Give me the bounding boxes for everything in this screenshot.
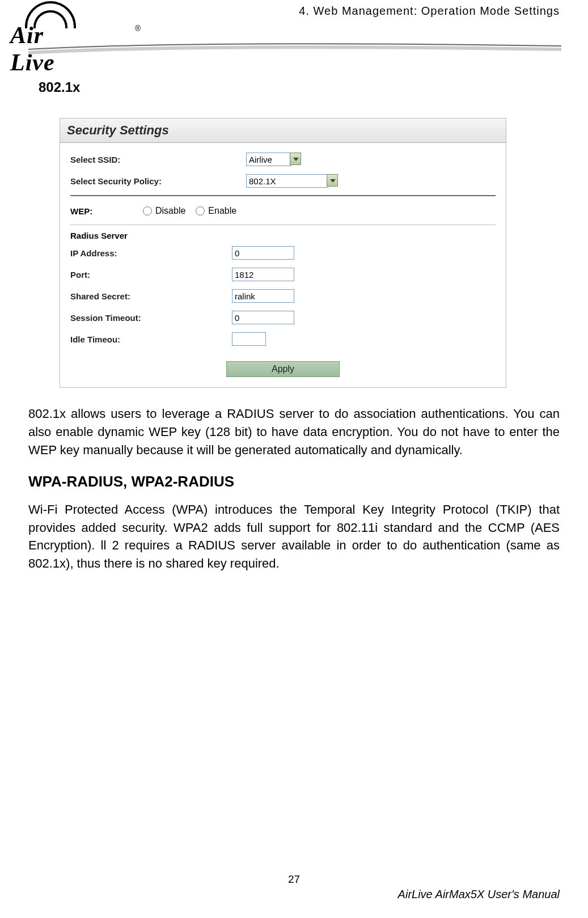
- wep-label: WEP:: [70, 206, 143, 216]
- select-policy-label: Select Security Policy:: [70, 176, 246, 186]
- port-label: Port:: [70, 270, 232, 280]
- paragraph-8021x: 802.1x allows users to leverage a RADIUS…: [28, 405, 560, 459]
- security-settings-screenshot: Security Settings Select SSID: Select Se…: [60, 118, 506, 388]
- paragraph-wpa: Wi-Fi Protected Access (WPA) introduces …: [28, 501, 560, 573]
- wep-disable-radio[interactable]: Disable: [143, 206, 185, 216]
- ip-address-label: IP Address:: [70, 248, 232, 258]
- radio-icon[interactable]: [196, 206, 205, 215]
- ip-address-input[interactable]: [232, 246, 294, 260]
- radio-icon[interactable]: [143, 206, 152, 215]
- session-timeout-input[interactable]: [232, 311, 294, 324]
- apply-button[interactable]: Apply: [226, 361, 340, 377]
- shared-secret-label: Shared Secret:: [70, 291, 232, 301]
- chapter-title: 4. Web Management: Operation Mode Settin…: [299, 5, 560, 18]
- session-timeout-label: Session Timeout:: [70, 313, 232, 323]
- panel-title: Security Settings: [60, 119, 506, 143]
- idle-timeout-input[interactable]: [232, 332, 266, 346]
- section-title-8021x: 802.1x: [39, 79, 560, 95]
- wep-enable-label: Enable: [208, 206, 236, 216]
- divider: [70, 195, 496, 196]
- select-policy-dropdown[interactable]: [246, 174, 338, 188]
- shared-secret-input[interactable]: [232, 289, 294, 303]
- section-title-wpa: WPA-RADIUS, WPA2-RADIUS: [28, 473, 560, 490]
- select-ssid-dropdown[interactable]: [246, 153, 301, 166]
- divider: [70, 225, 496, 225]
- wep-disable-label: Disable: [155, 206, 185, 216]
- page-number: 27: [28, 873, 560, 886]
- manual-title: AirLive AirMax5X User's Manual: [28, 888, 560, 901]
- chevron-down-icon: [327, 174, 338, 187]
- chevron-down-icon: [290, 153, 301, 165]
- trademark-icon: ®: [135, 24, 141, 33]
- radius-server-header: Radius Server: [70, 231, 496, 240]
- select-ssid-value: [246, 153, 291, 166]
- port-input[interactable]: [232, 268, 294, 281]
- select-ssid-label: Select SSID:: [70, 155, 246, 164]
- page-header: 4. Web Management: Operation Mode Settin…: [28, 0, 560, 57]
- wep-enable-radio[interactable]: Enable: [196, 206, 236, 216]
- select-policy-value: [246, 174, 328, 188]
- idle-timeout-label: Idle Timeou:: [70, 335, 232, 344]
- page-footer: 27 AirLive AirMax5X User's Manual: [28, 873, 560, 901]
- swoosh-graphic: [28, 41, 561, 58]
